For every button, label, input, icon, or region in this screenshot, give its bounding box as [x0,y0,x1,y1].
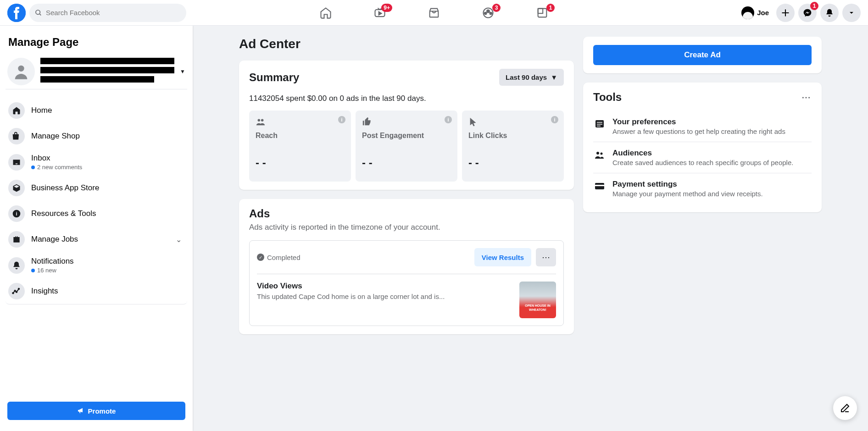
sidebar-item-label: Insights [31,287,58,296]
page-selector[interactable]: ▼ [6,54,187,89]
ads-title: Ads [249,207,564,220]
messenger-badge: 1 [810,2,818,10]
nav-home[interactable] [300,2,351,24]
info-icon[interactable]: i [338,116,345,123]
home-icon [319,6,332,19]
search-input[interactable] [46,9,181,17]
shop-icon [12,132,21,141]
svg-rect-8 [538,8,547,17]
gaming-badge: 1 [546,4,555,12]
sidebar-item-sub: 16 new [31,267,184,274]
metric-value: - - [362,156,451,169]
messenger-icon [803,8,812,17]
account-button[interactable] [842,4,861,22]
svg-point-15 [16,291,17,293]
ad-more-button[interactable]: ⋯ [536,248,556,266]
sidebar-item-resources[interactable]: i Resources & Tools [6,201,187,227]
ad-item: ✓ Completed View Results ⋯ Video Views T… [249,240,564,326]
metric-engagement[interactable]: Post Engagement - - i [356,111,457,182]
create-button[interactable] [776,4,795,22]
header-right: Joe 1 [740,4,861,22]
header-nav: 9+ 3 1 [300,2,568,24]
tools-card: Tools ⋯ Your preferences Answer a few qu… [583,83,822,212]
svg-rect-26 [595,185,604,186]
ad-thumb-text: OPEN HOUSE IN WHEATON! [519,304,556,312]
sidebar-item-inbox[interactable]: Inbox 2 new comments [6,149,187,175]
notifications-button[interactable] [820,4,839,22]
user-chip[interactable]: Joe [740,5,773,21]
sidebar-item-label: Resources & Tools [31,209,96,218]
metric-label: Post Engagement [362,132,451,140]
sidebar-item-manage-shop[interactable]: Manage Shop [6,123,187,149]
info-icon[interactable]: i [551,116,558,123]
tool-payment[interactable]: Payment settings Manage your payment met… [593,173,812,204]
nav-gaming[interactable]: 1 [517,2,568,24]
sidebar-item-notifications[interactable]: Notifications 16 new [6,252,187,278]
sidebar-item-label: Notifications [31,257,184,266]
svg-point-24 [601,153,603,155]
svg-rect-21 [597,124,602,125]
svg-point-13 [12,293,14,294]
person-icon [12,62,30,81]
svg-line-2 [39,14,41,15]
date-range-select[interactable]: Last 90 days ▼ [499,69,564,86]
info-icon[interactable]: i [445,116,452,123]
svg-text:i: i [16,210,17,216]
tools-more-button[interactable]: ⋯ [801,92,812,103]
svg-point-14 [14,290,16,292]
ad-thumbnail[interactable]: OPEN HOUSE IN WHEATON! [519,282,556,318]
nav-groups[interactable]: 3 [463,2,513,24]
svg-point-1 [36,10,40,14]
chevron-down-icon [848,9,855,17]
summary-card: Summary Last 90 days ▼ 11432054 spent $0… [239,61,574,190]
tool-audiences[interactable]: Audiences Create saved audiences to reac… [593,142,812,173]
main: Ad Center Summary Last 90 days ▼ 1143205… [193,26,868,431]
svg-point-10 [18,66,24,72]
svg-point-23 [596,152,599,155]
compose-fab[interactable] [833,396,857,420]
layout: Manage Page ▼ Home Manage Shop [0,26,868,431]
tool-label: Your preferences [612,117,785,127]
facebook-logo[interactable] [7,4,26,22]
page-name [40,58,174,85]
sidebar-title: Manage Page [8,36,187,49]
tool-preferences[interactable]: Your preferences Answer a few questions … [593,111,812,142]
search-bar[interactable] [29,4,186,22]
sidebar-item-label: Home [31,106,52,115]
sidebar-item-manage-jobs[interactable]: Manage Jobs ⌄ [6,227,187,252]
like-icon [362,117,372,127]
nav-watch[interactable]: 9+ [355,2,405,24]
facebook-icon [7,4,26,22]
main-column: Ad Center Summary Last 90 days ▼ 1143205… [239,37,574,420]
people-icon [594,149,605,160]
svg-rect-20 [597,122,602,123]
card-icon [594,181,605,192]
nav-marketplace[interactable] [409,2,459,24]
inbox-icon [12,158,21,167]
metric-clicks[interactable]: Link Clicks - - i [462,111,564,182]
sidebar-item-insights[interactable]: Insights [6,278,187,304]
metric-value: - - [468,156,557,169]
messenger-button[interactable]: 1 [798,4,817,22]
chevron-down-icon: ▼ [551,73,557,81]
sidebar-item-label: Inbox [31,154,184,163]
summary-title: Summary [249,71,299,84]
marketplace-icon [428,6,440,19]
chevron-down-icon: ⌄ [176,235,182,244]
create-ad-button[interactable]: Create Ad [593,45,812,65]
svg-point-5 [487,10,490,12]
tool-label: Audiences [612,149,793,158]
view-results-button[interactable]: View Results [474,248,531,266]
sidebar-item-app-store[interactable]: Business App Store [6,175,187,201]
ads-card: Ads Ads activity is reported in the time… [239,199,574,334]
search-icon [35,9,42,17]
ad-kind: Video Views [257,282,512,291]
sidebar-nav: Home Manage Shop Inbox 2 new comments Bu… [6,98,187,398]
page-title: Ad Center [239,37,574,51]
metric-reach[interactable]: Reach - - i [249,111,351,182]
promote-label: Promote [88,407,116,415]
tool-desc: Create saved audiences to reach specific… [612,159,793,166]
sidebar-item-home[interactable]: Home [6,98,187,123]
tool-label: Payment settings [612,180,763,189]
promote-button[interactable]: Promote [7,402,185,420]
